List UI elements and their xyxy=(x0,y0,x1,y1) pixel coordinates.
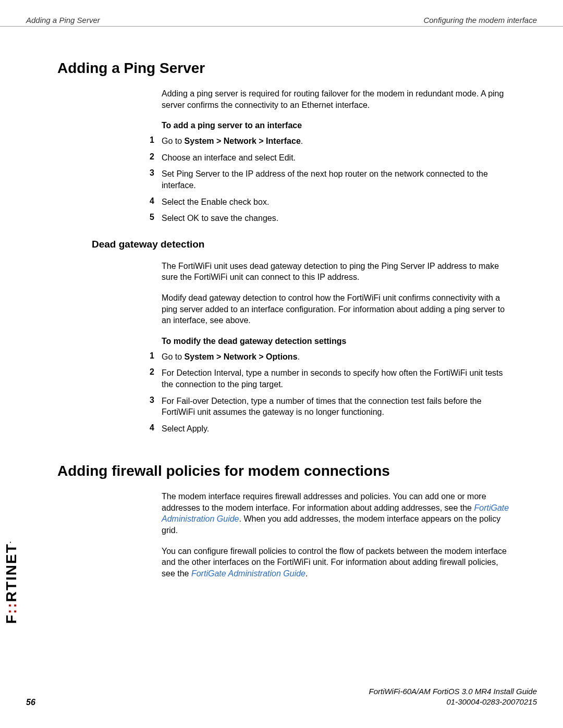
step-row: 3 Set Ping Server to the IP address of t… xyxy=(146,168,511,191)
subsection-title-dead-gateway: Dead gateway detection xyxy=(92,239,511,250)
step-text-prefix: Go to xyxy=(162,137,185,145)
step-row: 2 Choose an interface and select Edit. xyxy=(146,152,511,164)
step-row: 2 For Detection Interval, type a number … xyxy=(146,367,511,390)
step-text: Go to System > Network > Options. xyxy=(162,351,511,363)
step-text: Go to System > Network > Interface. xyxy=(162,135,511,147)
page-content: Adding a Ping Server Adding a ping serve… xyxy=(57,60,511,588)
step-text-prefix: Go to xyxy=(162,352,185,361)
fortinet-logo: F::RTINET. xyxy=(3,540,20,624)
step-number: 4 xyxy=(146,423,162,435)
para-text: The modem interface requires firewall ad… xyxy=(162,492,486,512)
logo-rest: RTINET xyxy=(3,543,19,602)
logo-accent-icon: :: xyxy=(3,602,19,614)
para-text: . xyxy=(305,569,308,578)
step-text: Choose an interface and select Edit. xyxy=(162,152,511,164)
doc-metadata: FortiWiFi-60A/AM FortiOS 3.0 MR4 Install… xyxy=(369,686,537,708)
step-number: 3 xyxy=(146,168,162,191)
step-text-suffix: . xyxy=(298,352,300,361)
step-number: 1 xyxy=(146,135,162,147)
section-title-firewall: Adding firewall policies for modem conne… xyxy=(57,463,511,479)
header-left: Adding a Ping Server xyxy=(26,16,100,24)
step-text: Select Apply. xyxy=(162,423,511,435)
step-row: 1 Go to System > Network > Interface. xyxy=(146,135,511,147)
doc-id: 01-30004-0283-20070215 xyxy=(369,697,537,707)
header-rule xyxy=(0,26,563,27)
intro-para: Adding a ping server is required for rou… xyxy=(162,88,511,110)
step-number: 5 xyxy=(146,213,162,224)
step-row: 1 Go to System > Network > Options. xyxy=(146,351,511,363)
doc-title: FortiWiFi-60A/AM FortiOS 3.0 MR4 Install… xyxy=(369,686,537,697)
step-row: 3 For Fail-over Detection, type a number… xyxy=(146,396,511,418)
page-footer: 56 FortiWiFi-60A/AM FortiOS 3.0 MR4 Inst… xyxy=(26,686,537,708)
step-text: For Detection Interval, type a number in… xyxy=(162,367,511,390)
step-number: 2 xyxy=(146,152,162,164)
sub-para: Modify dead gateway detection to control… xyxy=(162,292,511,326)
logo-f: F xyxy=(3,614,19,624)
sub-para: The FortiWiFi unit uses dead gateway det… xyxy=(162,261,511,283)
section-title-ping: Adding a Ping Server xyxy=(57,60,511,77)
firewall-para2: You can configure firewall policies to c… xyxy=(162,546,511,579)
step-row: 5 Select OK to save the changes. xyxy=(146,213,511,224)
step-text: Select the Enable check box. xyxy=(162,196,511,208)
step-text: For Fail-over Detection, type a number o… xyxy=(162,396,511,418)
step-text: Select OK to save the changes. xyxy=(162,213,511,224)
link-admin-guide[interactable]: FortiGate Administration Guide xyxy=(191,569,305,578)
step-text-path: System > Network > Options xyxy=(185,352,298,361)
running-header: Adding a Ping Server Configuring the mod… xyxy=(26,16,537,24)
step-number: 4 xyxy=(146,196,162,208)
step-text-suffix: . xyxy=(301,137,303,145)
header-right: Configuring the modem interface xyxy=(423,16,537,24)
page-number: 56 xyxy=(26,698,35,707)
step-text: Set Ping Server to the IP address of the… xyxy=(162,168,511,191)
step-row: 4 Select the Enable check box. xyxy=(146,196,511,208)
logo-dot: . xyxy=(5,540,13,543)
step-number: 2 xyxy=(146,367,162,390)
procedure-title-add: To add a ping server to an interface xyxy=(162,121,511,130)
step-number: 3 xyxy=(146,396,162,418)
step-row: 4 Select Apply. xyxy=(146,423,511,435)
step-text-path: System > Network > Interface xyxy=(185,137,301,145)
step-number: 1 xyxy=(146,351,162,363)
procedure-title-modify: To modify the dead gateway detection set… xyxy=(162,337,511,346)
firewall-para1: The modem interface requires firewall ad… xyxy=(162,491,511,536)
